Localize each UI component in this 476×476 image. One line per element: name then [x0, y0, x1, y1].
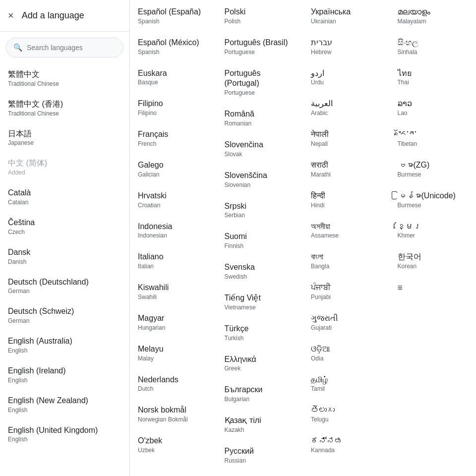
search-box[interactable]: 🔍: [6, 38, 123, 58]
list-item[interactable]: NederlandsDutch: [130, 368, 217, 399]
list-item[interactable]: SrpskiSerbian: [217, 194, 303, 225]
lang-sub: Gujarati: [311, 324, 382, 331]
list-item[interactable]: KiswahiliSwahili: [130, 276, 217, 306]
search-input[interactable]: [27, 44, 116, 52]
list-item[interactable]: རྫོང་ཁ་Tibetan: [390, 122, 476, 153]
list-item[interactable]: Қазақ тіліKazakh: [217, 409, 303, 439]
list-item[interactable]: CatalàCatalan: [0, 182, 129, 212]
lang-name: Deutsch (Schweiz): [8, 306, 121, 317]
list-item[interactable]: ΕλληνικάGreek: [217, 348, 303, 378]
list-item[interactable]: Español (España)Spanish: [130, 0, 217, 31]
lang-name: ລາວ: [398, 99, 469, 109]
list-item[interactable]: മലയാളംMalayalam: [390, 0, 476, 31]
list-item[interactable]: English (Ireland)English: [0, 360, 129, 390]
list-item[interactable]: Norsk bokmålNorwegian Bokmål: [130, 398, 217, 429]
list-item[interactable]: हिन्दीHindi: [303, 184, 390, 215]
list-item[interactable]: English (Australia)English: [0, 330, 129, 360]
list-item[interactable]: ČeštinaCzech: [0, 212, 129, 241]
col1: Español (España)SpanishEspañol (México)S…: [130, 0, 217, 470]
lang-sub: Swedish: [225, 273, 296, 280]
lang-sub: English: [8, 347, 121, 354]
list-item[interactable]: ಕನ್ನಡKannada: [303, 429, 390, 460]
list-item[interactable]: SlovenščinaSlovenian: [217, 164, 303, 194]
list-item[interactable]: Português (Brasil)Portuguese: [217, 31, 303, 61]
list-item[interactable]: MagyarHungarian: [130, 306, 217, 337]
list-item[interactable]: FrançaisFrench: [130, 122, 217, 153]
list-item[interactable]: ਪੰਜਾਬੀPunjabi: [303, 276, 390, 306]
list-item[interactable]: 日本語Japanese: [0, 123, 129, 153]
list-item[interactable]: Español (México)Spanish: [130, 31, 217, 61]
list-item[interactable]: 中文 (简体)Added: [0, 152, 129, 182]
lang-name: Filipino: [138, 99, 209, 109]
list-item[interactable]: GalegoGalician: [130, 153, 217, 184]
list-item[interactable]: SvenskaSwedish: [217, 255, 303, 286]
list-item[interactable]: БългарскиBulgarian: [217, 378, 303, 409]
list-item[interactable]: 繁體中文 (香港)Traditional Chinese: [0, 93, 129, 123]
list-item[interactable]: SlovenčinaSlovak: [217, 133, 303, 164]
list-item[interactable]: IndonesiaIndonesian: [130, 215, 217, 245]
list-item[interactable]: Deutsch (Schweiz)German: [0, 300, 129, 330]
list-item[interactable]: O'zbekUzbek: [130, 429, 217, 460]
list-item[interactable]: Português (Portugal)Portuguese: [217, 61, 303, 103]
list-item[interactable]: TürkçeTurkish: [217, 317, 303, 348]
lang-name: తెలుగు: [311, 405, 382, 416]
list-item[interactable]: עבריתHebrew: [303, 31, 390, 61]
list-item[interactable]: ລາວLao: [390, 92, 476, 122]
close-button[interactable]: ×: [6, 8, 16, 23]
list-item[interactable]: ខ្មែរKhmer: [390, 215, 476, 245]
lang-sub: Arabic: [311, 110, 382, 117]
list-item[interactable]: MelayuMalay: [130, 337, 217, 368]
lang-sub: Burmese: [398, 171, 469, 178]
list-item[interactable]: УкраїнськаUkrainian: [303, 0, 390, 31]
list-item[interactable]: Tiếng ViệtVietnamese: [217, 286, 303, 317]
list-item[interactable]: বাংলাBangla: [303, 245, 390, 276]
list-item[interactable]: ItalianoItalian: [130, 245, 217, 276]
list-item[interactable]: తెలుగుTelugu: [303, 398, 390, 429]
lang-name: नेपाली: [311, 129, 382, 140]
lang-sub: Thai: [398, 79, 469, 86]
lang-name: Français: [138, 129, 209, 140]
menu-icon[interactable]: ≡: [390, 276, 476, 300]
lang-name: অসমীয়া: [311, 222, 382, 232]
lang-sub: Basque: [138, 79, 209, 86]
lang-name: Български: [225, 385, 296, 395]
list-item[interactable]: မြန်မာ(Unicode)Burmese: [390, 184, 476, 215]
list-item[interactable]: English (United Kingdom)English: [0, 419, 129, 449]
list-item[interactable]: DanskDanish: [0, 241, 129, 271]
lang-sub: German: [8, 288, 121, 295]
list-item[interactable]: RomânăRomanian: [217, 102, 303, 133]
lang-sub: Italian: [138, 263, 209, 270]
list-item[interactable]: SuomiFinnish: [217, 225, 303, 255]
list-item[interactable]: FilipinoFilipino: [130, 92, 217, 122]
list-item[interactable]: English (New Zealand)English: [0, 390, 129, 419]
lang-name: Қазақ тілі: [225, 416, 296, 426]
lang-sub: Odia: [311, 355, 382, 362]
list-item[interactable]: தமிழ்Tamil: [303, 368, 390, 399]
lang-sub: Portuguese: [225, 49, 296, 56]
list-item[interactable]: РусскийRussian: [217, 439, 303, 470]
list-item[interactable]: اردوUrdu: [303, 61, 390, 92]
lang-name: English (United Kingdom): [8, 425, 121, 436]
list-item[interactable]: ଓଡ଼ିଆOdia: [303, 337, 390, 368]
list-item[interactable]: PolskiPolish: [217, 0, 303, 31]
list-item[interactable]: සිංහලSinhala: [390, 31, 476, 61]
list-item[interactable]: ગુજરાતીGujarati: [303, 306, 390, 337]
list-item[interactable]: नेपालीNepali: [303, 122, 390, 153]
lang-name: ગુજરાતી: [311, 313, 382, 324]
lang-sub: Malayalam: [398, 18, 469, 25]
list-item[interactable]: অসমীয়াAssamese: [303, 215, 390, 245]
list-item[interactable]: 繁體中文Traditional Chinese: [0, 63, 129, 93]
lang-sub: Croatian: [138, 202, 209, 209]
lang-sub: Spanish: [138, 49, 209, 56]
list-item[interactable]: HrvatskiCroatian: [130, 184, 217, 215]
lang-sub: Bangla: [311, 263, 382, 270]
list-item[interactable]: Deutsch (Deutschland)German: [0, 271, 129, 301]
list-item[interactable]: العربيةArabic: [303, 92, 390, 122]
lang-name: বাংলা: [311, 252, 382, 262]
lang-name: Norsk bokmål: [138, 405, 209, 416]
list-item[interactable]: ไทยThai: [390, 61, 476, 92]
list-item[interactable]: EuskaraBasque: [130, 61, 217, 92]
list-item[interactable]: ဗမာ(ZG)Burmese: [390, 153, 476, 184]
list-item[interactable]: सराठीMarathi: [303, 153, 390, 184]
list-item[interactable]: 한국어Korean: [390, 245, 476, 276]
